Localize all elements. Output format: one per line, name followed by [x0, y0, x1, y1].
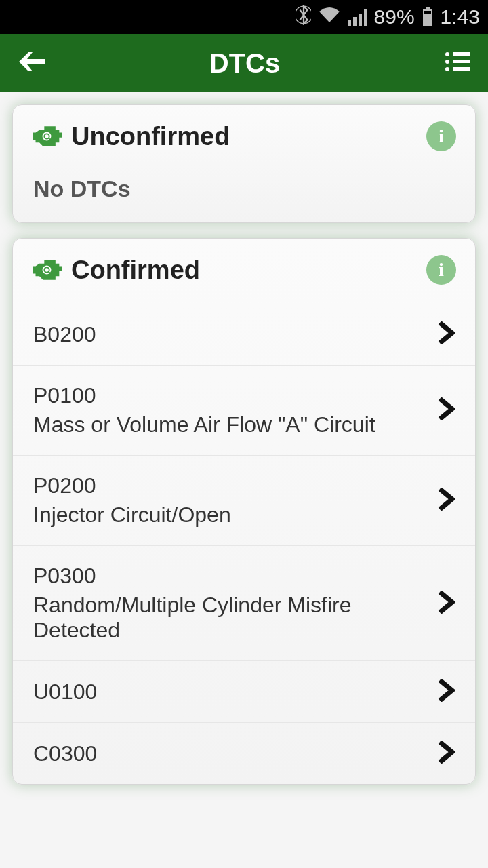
unconfirmed-title: Unconfirmed — [71, 122, 417, 151]
confirmed-list: B0200P0100Mass or Volume Air Flow "A" Ci… — [13, 304, 475, 784]
dtc-row[interactable]: U0100 — [13, 660, 475, 722]
chevron-right-icon — [437, 679, 455, 705]
dtc-row[interactable]: C0300 — [13, 722, 475, 784]
svg-point-6 — [445, 60, 449, 64]
dtc-description: Mass or Volume Air Flow "A" Circuit — [33, 412, 425, 437]
wifi-icon — [318, 5, 341, 28]
content-area: Unconfirmed i No DTCs Confirmed i B0200P… — [0, 92, 488, 868]
dtc-code: C0300 — [33, 741, 425, 766]
svg-rect-3 — [424, 11, 431, 14]
svg-rect-5 — [453, 52, 470, 56]
chevron-right-icon — [437, 397, 455, 423]
confirmed-title: Confirmed — [71, 256, 417, 285]
card-unconfirmed: Unconfirmed i No DTCs — [12, 104, 476, 223]
clock: 1:43 — [441, 5, 480, 28]
info-icon[interactable]: i — [426, 121, 456, 151]
dtc-row[interactable]: P0200Injector Circuit/Open — [13, 455, 475, 545]
dtc-code: P0300 — [33, 564, 425, 589]
list-menu-button[interactable] — [445, 52, 470, 75]
svg-rect-9 — [453, 67, 470, 71]
status-bar: 89% 1:43 — [0, 0, 488, 34]
dtc-code: U0100 — [33, 679, 425, 705]
back-button[interactable] — [18, 50, 45, 77]
dtc-code: P0100 — [33, 383, 425, 408]
dtc-code: P0200 — [33, 473, 425, 498]
dtc-code: B0200 — [33, 322, 425, 347]
dtc-row[interactable]: P0300Random/Multiple Cylinder Misfire De… — [13, 545, 475, 660]
chevron-right-icon — [437, 741, 455, 766]
dtc-description: Random/Multiple Cylinder Misfire Detecte… — [33, 593, 425, 643]
unconfirmed-empty-text: No DTCs — [13, 161, 475, 222]
dtc-description: Injector Circuit/Open — [33, 502, 425, 528]
page-title: DTCs — [45, 48, 445, 79]
svg-point-4 — [445, 52, 449, 56]
dtc-row[interactable]: B0200 — [13, 304, 475, 365]
battery-icon — [422, 7, 434, 27]
card-confirmed: Confirmed i B0200P0100Mass or Volume Air… — [12, 238, 476, 785]
dtc-row[interactable]: P0100Mass or Volume Air Flow "A" Circuit — [13, 365, 475, 455]
bluetooth-icon — [296, 5, 311, 30]
chevron-right-icon — [437, 591, 455, 616]
svg-rect-2 — [426, 7, 430, 9]
svg-rect-7 — [453, 60, 470, 63]
chevron-right-icon — [437, 488, 455, 513]
engine-icon — [32, 256, 62, 283]
app-bar: DTCs — [0, 34, 488, 92]
engine-icon — [32, 123, 62, 150]
svg-point-8 — [445, 67, 449, 71]
info-icon[interactable]: i — [426, 255, 456, 285]
battery-percent: 89% — [374, 5, 415, 28]
chevron-right-icon — [437, 321, 455, 347]
signal-icon — [348, 8, 367, 26]
